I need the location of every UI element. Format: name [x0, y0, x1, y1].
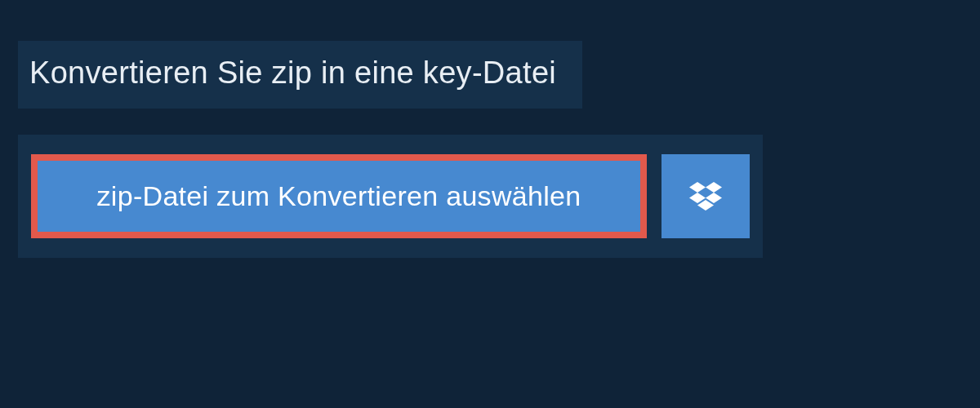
select-file-button[interactable]: zip-Datei zum Konvertieren auswählen — [31, 154, 647, 238]
dropbox-icon — [689, 182, 722, 211]
dropbox-button[interactable] — [662, 154, 750, 238]
converter-panel: Konvertieren Sie zip in eine key-Datei z… — [0, 0, 980, 258]
page-title: Konvertieren Sie zip in eine key-Datei — [29, 55, 556, 91]
title-tab: Konvertieren Sie zip in eine key-Datei — [18, 41, 582, 109]
button-row: zip-Datei zum Konvertieren auswählen — [18, 135, 763, 258]
